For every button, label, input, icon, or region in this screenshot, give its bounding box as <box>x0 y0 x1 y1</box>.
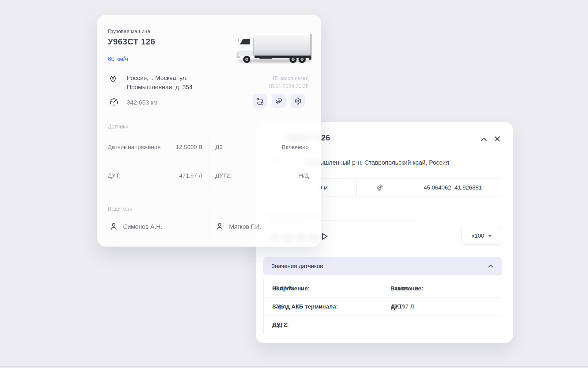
sensor-cell-empty <box>382 316 502 334</box>
driver-item: Мягков Г.И. <box>215 217 261 236</box>
last-update: 15 часов назад 15.01.2024 20:35 <box>268 75 309 90</box>
chevron-up-icon <box>487 263 494 270</box>
sensor-values-header[interactable]: Значения датчиков <box>263 257 502 275</box>
location-pin-icon <box>109 75 117 83</box>
sensor-ignition: ДЗ Включено <box>215 133 309 161</box>
person-icon <box>109 222 118 231</box>
sensor-cell-fuel2: ДУТ2: Н/Д <box>264 316 382 334</box>
coordinates-value: 45.064062, 41.926881 <box>403 179 503 197</box>
drivers-section-title: Водители <box>108 206 132 212</box>
table-row: Напряжение: 28.49 В Зажигание: Включено <box>264 279 502 297</box>
person-icon <box>215 222 224 231</box>
sensor-values-table: Напряжение: 28.49 В Зажигание: Включено … <box>263 279 502 334</box>
sensor-cell-ignition: Зажигание: Включено <box>382 279 502 297</box>
settings-button[interactable] <box>291 94 305 108</box>
driver-name: Мягков Г.И. <box>229 223 261 230</box>
divider <box>209 133 209 190</box>
sensor-fuel1: ДУТ: 471.97 Л <box>108 161 202 190</box>
detail-address: Промышленный р-н, Ставропольский край, Р… <box>304 159 449 166</box>
playback-speed-select[interactable]: x100 <box>461 227 502 245</box>
driver-item: Симонов А.Н. <box>109 217 162 236</box>
odometer-value: 342 653 км <box>127 99 157 106</box>
last-update-relative: 15 часов назад <box>268 75 309 82</box>
vehicle-plate: У963СТ 126 <box>108 37 155 47</box>
sensor-values-title: Значения датчиков <box>271 263 323 270</box>
playback-speed-value: x100 <box>472 232 484 239</box>
sensor-cell-voltage: Напряжение: 28.49 В <box>264 279 382 297</box>
collapse-panel-button[interactable] <box>479 134 489 145</box>
table-row: ДУТ2: Н/Д <box>264 316 502 334</box>
route-icon <box>256 97 264 105</box>
vehicle-speed: 60 км/ч <box>108 56 128 63</box>
satellite-icon <box>376 184 384 192</box>
chevron-down-icon <box>488 235 492 237</box>
route-button[interactable] <box>253 94 267 108</box>
chat-button[interactable] <box>272 94 286 108</box>
sensor-cell-battery: Заряд АКБ терминала: 87% <box>264 298 382 316</box>
divider <box>108 68 315 68</box>
divider <box>209 209 209 238</box>
sensor-fuel2: ДУТ2: Н/Д <box>215 161 309 190</box>
sensors-section-title: Датчики <box>108 124 128 130</box>
satellites-cell: 8 <box>357 179 403 197</box>
vehicle-type-label: Грузовая машина <box>108 29 150 35</box>
truck-image <box>232 30 315 65</box>
telemetry-info-row: 0 м 8 45.064062, 41.926881 <box>290 178 502 197</box>
sensor-cell-fuel1: ДУТ: 471.97 Л <box>382 298 502 316</box>
close-panel-button[interactable] <box>492 134 503 144</box>
odometer-icon <box>109 97 119 106</box>
chevron-up-icon <box>480 136 488 144</box>
vehicle-address: Россия, г. Москва, ул. Промышленная, д. … <box>127 73 193 92</box>
vehicle-summary-card: Грузовая машина У963СТ 126 60 км/ч <box>97 15 321 247</box>
gear-icon <box>294 97 302 105</box>
chat-icon <box>275 97 283 105</box>
last-update-datetime: 15.01.2024 20:35 <box>268 82 309 90</box>
sensor-voltage: Датчик напряжения 12.5600 В <box>108 133 202 161</box>
driver-name: Симонов А.Н. <box>123 223 162 230</box>
bottom-edge-strip <box>0 366 588 367</box>
close-icon <box>493 135 502 143</box>
divider <box>108 113 315 113</box>
table-row: Заряд АКБ терминала: 87% ДУТ: 471.97 Л <box>264 297 502 316</box>
